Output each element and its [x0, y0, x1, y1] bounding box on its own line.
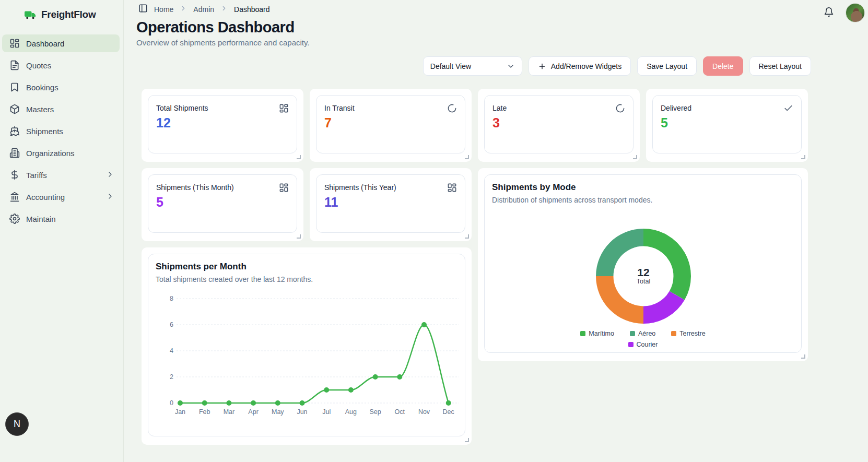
sidebar-item-quotes[interactable]: Quotes [2, 56, 120, 74]
stat-card: In Transit 7 [316, 95, 465, 153]
dashboard-toolbar: Default View Add/Remove Widgets Save Lay… [423, 56, 811, 76]
chevron-right-icon [106, 192, 114, 202]
legend-item: Courier [628, 341, 658, 348]
resize-handle[interactable] [297, 234, 301, 239]
legend-item: Terrestre [671, 330, 705, 337]
legend-label: Terrestre [679, 330, 705, 337]
widget-shipments-per-month[interactable]: Shipments per Month Total shipments crea… [142, 247, 472, 445]
donut-center-label: 12 Total [637, 267, 650, 285]
legend-label: Courier [637, 341, 658, 348]
stat-label: Late [492, 104, 507, 112]
legend-item: Aéreo [630, 330, 655, 337]
widget-shipments-by-mode[interactable]: Shipments by Mode Distribution of shipme… [478, 168, 808, 361]
sidebar-item-tariffs[interactable]: Tariffs [2, 166, 120, 184]
header-actions [824, 3, 865, 22]
breadcrumb-current: Dashboard [234, 5, 270, 14]
svg-text:Sep: Sep [369, 408, 381, 416]
stat-card: Total Shipments 12 [148, 95, 297, 153]
sidebar-item-masters[interactable]: Masters [2, 100, 120, 118]
stat-value: 3 [492, 115, 500, 131]
stat-label: Shipments (This Year) [324, 183, 396, 192]
donut-chart [485, 175, 802, 353]
svg-text:6: 6 [170, 321, 173, 328]
donut-total-caption: Total [637, 278, 650, 285]
sidebar-nav: Dashboard Quotes Bookings Masters Shipme… [2, 34, 120, 228]
stat-value: 7 [324, 115, 332, 131]
legend-label: Marítimo [589, 330, 614, 337]
dev-tools-badge[interactable]: N [5, 412, 29, 436]
stat-card: Delivered 5 [652, 95, 802, 153]
svg-text:Dec: Dec [443, 408, 454, 416]
ship-icon [9, 126, 20, 136]
stat-card: Late 3 [484, 95, 634, 153]
page-title: Operations Dashboard [136, 19, 295, 36]
svg-text:Jan: Jan [175, 408, 185, 416]
view-select-value: Default View [430, 62, 471, 70]
stat-label: In Transit [324, 104, 355, 112]
resize-handle[interactable] [465, 438, 469, 442]
loader-icon [615, 103, 625, 115]
package-icon [9, 104, 20, 114]
resize-handle[interactable] [297, 155, 301, 159]
stat-label: Total Shipments [156, 104, 208, 112]
svg-text:Feb: Feb [199, 408, 210, 416]
stat-card: Shipments (This Year) 11 [316, 174, 465, 233]
svg-text:Oct: Oct [395, 408, 405, 416]
widget-delivered[interactable]: Delivered 5 [646, 89, 808, 162]
widget-late[interactable]: Late 3 [478, 89, 640, 162]
svg-text:4: 4 [170, 347, 173, 354]
file-text-icon [9, 60, 20, 70]
view-select[interactable]: Default View [423, 56, 522, 76]
resize-handle[interactable] [633, 155, 637, 159]
reset-layout-button[interactable]: Reset Layout [749, 56, 812, 76]
widget-total-shipments[interactable]: Total Shipments 12 [142, 89, 303, 162]
chevron-right-icon [180, 5, 187, 14]
legend-swatch [580, 331, 585, 336]
add-remove-widgets-button[interactable]: Add/Remove Widgets [529, 56, 631, 76]
sidebar-item-dashboard[interactable]: Dashboard [2, 34, 120, 52]
stat-value: 12 [156, 115, 171, 131]
sidebar-item-label: Dashboard [26, 39, 64, 48]
brand-logo: FreightFlow [24, 8, 96, 21]
widget-in-transit[interactable]: In Transit 7 [310, 89, 472, 162]
svg-text:Jul: Jul [322, 408, 331, 416]
stat-value: 5 [156, 195, 163, 210]
sidebar-item-maintain[interactable]: Maintain [2, 210, 120, 228]
sidebar-item-shipments[interactable]: Shipments [2, 122, 120, 140]
user-avatar[interactable] [846, 3, 865, 22]
breadcrumb-home[interactable]: Home [154, 5, 173, 14]
widget-shipments-this-month[interactable]: Shipments (This Month) 5 [142, 168, 303, 241]
breadcrumb-admin[interactable]: Admin [193, 5, 214, 14]
sidebar-item-accounting[interactable]: Accounting [2, 188, 120, 206]
delete-button[interactable]: Delete [703, 56, 743, 76]
resize-handle[interactable] [801, 354, 805, 359]
save-layout-button[interactable]: Save Layout [637, 56, 697, 76]
sidebar-item-organizations[interactable]: Organizations [2, 144, 120, 162]
sidebar-item-bookings[interactable]: Bookings [2, 78, 120, 96]
sidebar-item-label: Organizations [26, 149, 75, 158]
stat-label: Shipments (This Month) [156, 183, 234, 192]
stat-label: Delivered [661, 104, 691, 112]
loader-icon [447, 103, 457, 115]
sidebar-item-label: Shipments [26, 127, 63, 136]
resize-handle[interactable] [801, 155, 805, 159]
svg-text:May: May [272, 408, 284, 416]
notifications-button[interactable] [824, 7, 834, 19]
sidebar-toggle-button[interactable] [138, 4, 148, 15]
main-content: Home Admin Dashboard Operations Dashboar… [124, 0, 868, 462]
check-icon [783, 103, 793, 115]
widget-shipments-this-year[interactable]: Shipments (This Year) 11 [310, 168, 472, 241]
svg-text:Nov: Nov [418, 408, 430, 416]
sidebar-item-label: Quotes [26, 61, 51, 70]
line-chart: 86420JanFebMarAprMayJunJulAugSepOctNovDe… [148, 254, 466, 436]
svg-text:Jun: Jun [297, 408, 307, 416]
legend-swatch [671, 331, 676, 336]
dollar-icon [9, 170, 20, 180]
resize-handle[interactable] [465, 234, 469, 239]
svg-text:2: 2 [170, 373, 173, 381]
resize-handle[interactable] [465, 155, 469, 159]
legend-label: Aéreo [638, 330, 655, 337]
brand-name: FreightFlow [41, 9, 96, 20]
chevron-down-icon [507, 62, 515, 70]
stat-value: 11 [324, 195, 338, 210]
